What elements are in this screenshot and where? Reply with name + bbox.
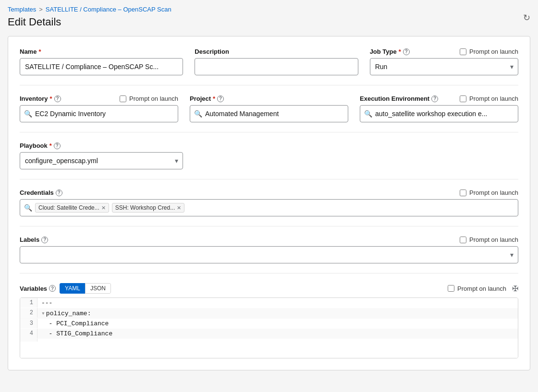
credentials-label-row: Credentials ? Prompt on launch bbox=[20, 189, 518, 196]
exec-env-search-icon[interactable]: 🔍 bbox=[364, 110, 372, 118]
exec-env-prompt-checkbox[interactable] bbox=[460, 95, 466, 102]
playbook-help-icon[interactable]: ? bbox=[54, 143, 61, 149]
project-label: Project * ? bbox=[190, 95, 348, 102]
exec-env-group: Execution Environment ? Prompt on launch… bbox=[360, 95, 518, 122]
variables-format-toggle: YAML JSON bbox=[60, 283, 111, 294]
inventory-label-row: Inventory * ? Prompt on launch bbox=[20, 95, 178, 102]
credentials-group: Credentials ? Prompt on launch 🔍 Cloud: … bbox=[20, 189, 518, 216]
inventory-required: * bbox=[50, 95, 52, 102]
breadcrumb-separator: > bbox=[39, 6, 43, 13]
divider-2 bbox=[20, 132, 518, 132]
jobtype-select[interactable]: Run Check Scan bbox=[370, 58, 518, 75]
variables-prompt-checkbox[interactable] bbox=[448, 285, 454, 292]
yaml-toggle-btn[interactable]: YAML bbox=[60, 283, 85, 294]
variables-label-row: Variables ? YAML JSON bbox=[20, 283, 111, 294]
project-help-icon[interactable]: ? bbox=[217, 95, 224, 102]
project-search-wrapper: 🔍 bbox=[190, 105, 348, 122]
code-line-4: 4 - STIG_Compliance bbox=[20, 329, 518, 339]
variables-prompt-wrapper: Prompt on launch bbox=[448, 285, 506, 292]
credentials-prompt-checkbox[interactable] bbox=[460, 190, 466, 196]
credentials-search-icon[interactable]: 🔍 bbox=[24, 204, 32, 212]
inventory-search-icon[interactable]: 🔍 bbox=[24, 110, 32, 118]
line-number-4: 4 bbox=[20, 329, 37, 338]
variables-help-icon[interactable]: ? bbox=[49, 285, 56, 292]
code-line-5 bbox=[20, 339, 518, 358]
jobtype-required: * bbox=[399, 48, 401, 55]
labels-help-icon[interactable]: ? bbox=[41, 237, 48, 243]
jobtype-group: Job Type * ? Prompt on launch Run Check … bbox=[370, 48, 518, 75]
jobtype-prompt-label: Prompt on launch bbox=[469, 48, 518, 55]
inventory-prompt-label: Prompt on launch bbox=[129, 95, 178, 102]
credential-cloud-remove[interactable]: ✕ bbox=[101, 205, 106, 211]
project-required: * bbox=[213, 95, 215, 102]
credential-tag-cloud: Cloud: Satellite Crede... ✕ bbox=[35, 203, 109, 213]
line-number-1: 1 bbox=[20, 298, 37, 308]
row-name-desc-jobtype: Name * Description Job Type * ? bbox=[20, 48, 518, 75]
code-line-1: 1 --- bbox=[20, 298, 518, 308]
form-card: Name * Description Job Type * ? bbox=[8, 36, 530, 370]
exec-env-help-icon[interactable]: ? bbox=[431, 95, 438, 102]
exec-env-label-row: Execution Environment ? Prompt on launch bbox=[360, 95, 518, 102]
playbook-select[interactable]: configure_openscap.yml bbox=[20, 152, 183, 169]
divider-4 bbox=[20, 226, 518, 226]
project-search-icon[interactable]: 🔍 bbox=[194, 110, 202, 118]
labels-prompt-wrapper: Prompt on launch bbox=[460, 236, 518, 243]
line-content-2: ▾policy_name: bbox=[37, 308, 518, 319]
labels-label-row: Labels ? Prompt on launch bbox=[20, 236, 518, 243]
breadcrumb-templates[interactable]: Templates bbox=[8, 6, 36, 13]
labels-label: Labels ? bbox=[20, 236, 48, 243]
credentials-help-icon[interactable]: ? bbox=[56, 190, 62, 196]
credentials-input-wrapper[interactable]: 🔍 Cloud: Satellite Crede... ✕ SSH: Works… bbox=[20, 199, 518, 216]
name-required: * bbox=[38, 48, 41, 55]
jobtype-label-row: Job Type * ? Prompt on launch bbox=[370, 48, 518, 55]
line-content-1: --- bbox=[37, 298, 518, 308]
json-toggle-btn[interactable]: JSON bbox=[85, 283, 111, 294]
code-line-3: 3 - PCI_Compliance bbox=[20, 319, 518, 329]
divider-5 bbox=[20, 273, 518, 273]
jobtype-help-icon[interactable]: ? bbox=[403, 48, 410, 55]
inventory-prompt-checkbox[interactable] bbox=[120, 95, 126, 102]
inventory-prompt-wrapper: Prompt on launch bbox=[120, 95, 178, 102]
inventory-input[interactable] bbox=[35, 110, 174, 118]
credential-ssh-remove[interactable]: ✕ bbox=[177, 205, 181, 211]
labels-group: Labels ? Prompt on launch bbox=[20, 236, 518, 263]
variables-prompt-label: Prompt on launch bbox=[457, 285, 506, 292]
name-label: Name * bbox=[20, 48, 183, 55]
variables-editor[interactable]: 1 --- 2 ▾policy_name: 3 - PCI_Compliance… bbox=[20, 297, 518, 358]
expand-icon[interactable]: ✠ bbox=[512, 284, 518, 293]
project-group: Project * ? 🔍 bbox=[190, 95, 348, 122]
labels-prompt-label: Prompt on launch bbox=[469, 236, 518, 243]
inventory-group: Inventory * ? Prompt on launch 🔍 bbox=[20, 95, 178, 122]
desc-label: Description bbox=[195, 48, 358, 55]
name-input[interactable] bbox=[20, 58, 183, 75]
history-icon[interactable]: ↻ bbox=[523, 12, 530, 23]
labels-select-wrapper bbox=[20, 246, 518, 263]
exec-env-search-wrapper: 🔍 bbox=[360, 105, 518, 122]
jobtype-prompt-checkbox[interactable] bbox=[460, 48, 466, 55]
breadcrumb-current: SATELLITE / Compliance – OpenSCAP Scan bbox=[46, 6, 171, 13]
playbook-required: * bbox=[49, 142, 52, 149]
credential-cloud-label: Cloud: Satellite Crede... bbox=[38, 204, 99, 211]
credential-ssh-label: SSH: Workshop Cred... bbox=[115, 204, 175, 211]
inventory-help-icon[interactable]: ? bbox=[54, 95, 61, 102]
name-group: Name * bbox=[20, 48, 183, 75]
exec-env-label: Execution Environment ? bbox=[360, 95, 438, 102]
header: Templates > SATELLITE / Compliance – Ope… bbox=[8, 6, 530, 36]
playbook-label: Playbook * ? bbox=[20, 142, 183, 149]
jobtype-select-wrapper: Run Check Scan bbox=[370, 58, 518, 75]
inventory-search-wrapper: 🔍 bbox=[20, 105, 178, 122]
inventory-label: Inventory * ? bbox=[20, 95, 61, 102]
labels-prompt-checkbox[interactable] bbox=[460, 237, 466, 243]
labels-select[interactable] bbox=[20, 246, 518, 263]
row-playbook: Playbook * ? configure_openscap.yml bbox=[20, 142, 183, 169]
line-number-3: 3 bbox=[20, 319, 37, 328]
exec-env-input[interactable] bbox=[375, 110, 514, 118]
credentials-prompt-wrapper: Prompt on launch bbox=[460, 189, 518, 196]
credentials-label: Credentials ? bbox=[20, 189, 62, 196]
variables-section: Variables ? YAML JSON Prompt on launch ✠ bbox=[20, 283, 518, 358]
line-number-2: 2 bbox=[20, 308, 37, 318]
project-input[interactable] bbox=[205, 110, 344, 118]
description-input[interactable] bbox=[195, 58, 358, 75]
variables-label: Variables ? bbox=[20, 285, 56, 292]
jobtype-label: Job Type * ? bbox=[370, 48, 410, 55]
